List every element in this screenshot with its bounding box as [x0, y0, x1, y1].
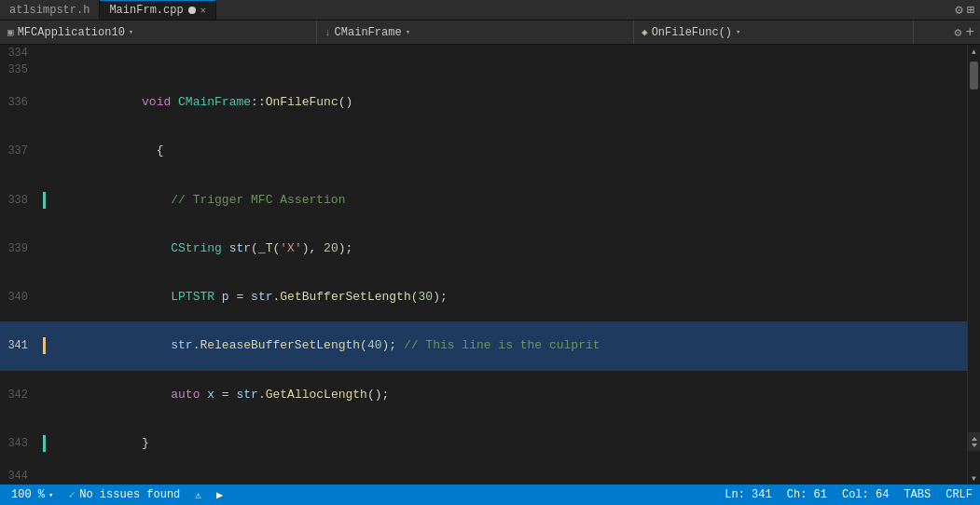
scroll-down-arrow-icon: ▼: [972, 474, 976, 483]
indicator-338: [37, 192, 50, 209]
scroll-down-button[interactable]: ▼: [968, 471, 980, 485]
minimap-down-icon: [972, 444, 977, 447]
scrollbar[interactable]: ▲ ▼: [967, 45, 980, 485]
project-icon: ▣: [7, 26, 14, 38]
forward-icon: ▶: [216, 488, 223, 502]
code-content-343: }: [63, 418, 967, 469]
crlf-status[interactable]: CRLF: [945, 488, 973, 501]
zoom-dropdown-arrow: ▾: [48, 490, 53, 500]
code-content-341: str.ReleaseBufferSetLength(40); // This …: [63, 321, 967, 371]
line-num-334: 334: [0, 45, 37, 61]
project-nav[interactable]: ▣ MFCApplication10 ▾: [0, 20, 317, 44]
code-editor[interactable]: 334 335 336 void CMainFrame::OnFileFunc(…: [0, 45, 967, 485]
line-num-336: 336: [0, 94, 37, 111]
code-line-338: 338 // Trigger MFC Assertion: [0, 176, 967, 225]
code-line-336: 336 void CMainFrame::OnFileFunc(): [0, 78, 967, 127]
tab-atlsimpstr[interactable]: atlsimpstr.h: [0, 0, 100, 20]
line-num-338: 338: [0, 192, 37, 209]
no-issues-item[interactable]: ✓ No issues found: [64, 487, 184, 502]
indicator-343: [37, 435, 50, 452]
project-dropdown-arrow: ▾: [129, 27, 133, 37]
settings-icon[interactable]: ⚙: [955, 2, 962, 18]
class-nav[interactable]: ↓ CMainFrame ▾: [317, 20, 634, 44]
method-nav[interactable]: ◈ OnFileFunc() ▾: [634, 20, 914, 44]
line-num-342: 342: [0, 387, 37, 403]
indicator-341: [37, 337, 50, 354]
green-bar-338: [43, 192, 46, 209]
class-icon: ↓: [324, 27, 331, 38]
split-editor-icon[interactable]: ⊞: [967, 2, 974, 18]
modified-indicator: [188, 7, 196, 14]
scroll-thumb[interactable]: [970, 61, 978, 89]
status-left: 100 % ▾ ✓ No issues found ⚠ ▶: [7, 487, 227, 502]
yellow-bar-341: [43, 337, 46, 354]
code-line-343: 343 }: [0, 419, 967, 468]
line-num-340: 340: [0, 289, 37, 306]
code-content-338: // Trigger MFC Assertion: [63, 175, 967, 225]
no-issues-label: No issues found: [79, 488, 180, 501]
code-line-344: 344: [0, 468, 967, 485]
check-icon: ✓: [68, 487, 76, 502]
minimap-toggle[interactable]: [968, 432, 980, 451]
warning-icon: ⚠: [195, 489, 201, 501]
zoom-label: 100 %: [11, 488, 45, 501]
method-name: OnFileFunc(): [652, 26, 732, 39]
status-right: Ln: 341 Ch: 61 Col: 64 TABS CRLF: [725, 488, 973, 501]
editor-area: 334 335 336 void CMainFrame::OnFileFunc(…: [0, 45, 980, 485]
method-icon: ◈: [642, 26, 648, 38]
minimap-up-icon: [972, 437, 977, 441]
line-num-341: 341: [0, 337, 37, 354]
close-tab-icon[interactable]: ✕: [200, 5, 206, 16]
tab-mainfrm-label: MainFrm.cpp: [109, 4, 183, 17]
method-dropdown-arrow: ▾: [736, 27, 740, 37]
nav-actions: ⚙ +: [949, 24, 980, 41]
notifications-item[interactable]: ▶: [213, 488, 227, 502]
scroll-track: [968, 58, 980, 471]
nav-plus-icon[interactable]: +: [965, 24, 974, 41]
scroll-up-arrow-icon: ▲: [972, 48, 976, 56]
project-name: MFCApplication10: [18, 26, 125, 39]
tab-mainfrm[interactable]: MainFrm.cpp ✕: [100, 0, 215, 20]
status-bar: 100 % ▾ ✓ No issues found ⚠ ▶ Ln: 341 Ch…: [0, 485, 980, 505]
line-num-343: 343: [0, 435, 37, 452]
class-dropdown-arrow: ▾: [406, 27, 410, 37]
warnings-item[interactable]: ⚠: [191, 489, 205, 501]
code-line-340: 340 LPTSTR p = str.GetBufferSetLength(30…: [0, 273, 967, 321]
green-bar-343: [43, 435, 46, 452]
code-line-339: 339 CString str(_T('X'), 20);: [0, 225, 967, 273]
line-num-339: 339: [0, 240, 37, 257]
title-bar-actions: ⚙ ⊞: [955, 2, 980, 18]
ch-status: Ch: 61: [787, 488, 827, 501]
code-content-337: {: [63, 126, 967, 176]
code-line-334: 334: [0, 45, 967, 61]
zoom-control[interactable]: 100 % ▾: [7, 488, 57, 501]
title-bar: atlsimpstr.h MainFrm.cpp ✕ ⚙ ⊞: [0, 0, 980, 20]
scroll-up-button[interactable]: ▲: [968, 45, 980, 58]
code-content-342: auto x = str.GetAllocLength();: [63, 370, 967, 420]
class-name: CMainFrame: [335, 26, 402, 39]
nav-bar: ▣ MFCApplication10 ▾ ↓ CMainFrame ▾ ◈ On…: [0, 20, 980, 45]
code-content-340: LPTSTR p = str.GetBufferSetLength(30);: [63, 272, 967, 322]
code-line-341: 341 str.ReleaseBufferSetLength(40); // T…: [0, 321, 967, 370]
code-content-336: void CMainFrame::OnFileFunc(): [63, 77, 967, 128]
tabs-status[interactable]: TABS: [904, 488, 931, 501]
line-num-344: 344: [0, 468, 37, 485]
nav-settings-icon[interactable]: ⚙: [955, 25, 962, 40]
code-line-342: 342 auto x = str.GetAllocLength();: [0, 371, 967, 419]
line-num-335: 335: [0, 61, 37, 78]
ln-status: Ln: 341: [725, 488, 771, 501]
line-num-337: 337: [0, 143, 37, 159]
col-status: Col: 64: [842, 488, 889, 501]
tab-list: atlsimpstr.h MainFrm.cpp ✕: [0, 0, 216, 20]
code-content-339: CString str(_T('X'), 20);: [63, 224, 967, 274]
code-line-337: 337 {: [0, 127, 967, 175]
tab-atlsimpstr-label: atlsimpstr.h: [9, 4, 90, 17]
code-line-335: 335: [0, 61, 967, 78]
